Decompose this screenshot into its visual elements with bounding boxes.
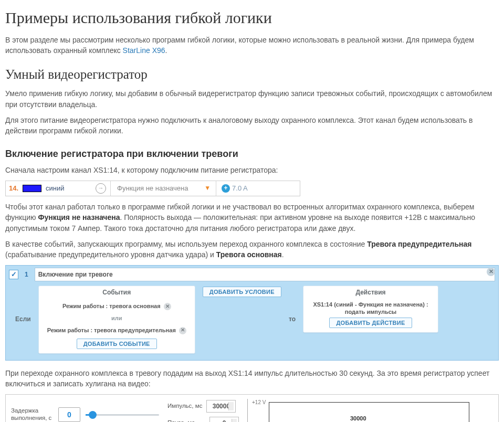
paragraph: Чтобы этот канал работал только в програ… xyxy=(5,202,499,234)
program-body: Если События Режим работы : тревога осно… xyxy=(6,283,498,360)
stepper-up-icon[interactable] xyxy=(229,403,233,405)
events-card: События Режим работы : тревога основная … xyxy=(38,286,195,353)
channel-function-label: Функция не назначена xyxy=(117,184,188,194)
section-heading: Умный видеорегистратор xyxy=(5,65,499,84)
stepper-up-icon[interactable] xyxy=(233,420,236,422)
channel-number: 14. xyxy=(6,184,23,194)
impulse-value: 30000 xyxy=(213,402,230,411)
add-condition-button[interactable]: ДОБАВИТЬ УСЛОВИЕ xyxy=(203,287,281,297)
waveform-duration-label: 30000 xyxy=(350,415,366,422)
product-link[interactable]: StarLine X96 xyxy=(123,46,165,55)
channel-amps: 7.0 A xyxy=(232,184,248,194)
program-title-input[interactable] xyxy=(35,268,495,281)
delay-slider[interactable] xyxy=(86,409,159,420)
actions-card: Действия XS1:14 (синий - Функция не назн… xyxy=(303,286,438,333)
logic-program-block: ✓ 1 ✕ Если События Режим работы : тревог… xyxy=(5,265,499,360)
pause-value-stepper[interactable]: 0 xyxy=(209,417,239,422)
program-enabled-checkbox[interactable]: ✓ xyxy=(9,270,18,279)
divider xyxy=(216,181,216,196)
delay-value-input[interactable]: 0 xyxy=(58,407,80,422)
channel-function-dropdown[interactable]: Функция не назначена ▼ xyxy=(113,184,215,194)
page-title: Примеры использования гибкой логики xyxy=(5,6,499,29)
bold-text: Функция не назначена xyxy=(38,213,120,221)
paragraph: Сначала настроим канал XS1:14, к котором… xyxy=(5,165,499,175)
impulse-label: Импульс, мс xyxy=(167,403,202,410)
slider-thumb[interactable] xyxy=(89,411,97,419)
arrow-out-icon[interactable]: → xyxy=(96,183,106,194)
chevron-down-icon: ▼ xyxy=(204,184,211,193)
waveform-box xyxy=(269,402,469,422)
slider-track xyxy=(86,414,159,416)
pause-label: Пауза, мс xyxy=(167,419,205,422)
if-keyword: Если xyxy=(15,315,31,324)
event-pill[interactable]: Режим работы : тревога предупредительная… xyxy=(43,325,191,336)
paragraph: Умело применив гибкую логику, мы добавим… xyxy=(5,88,499,110)
impulse-value-stepper[interactable]: 30000 xyxy=(206,400,236,413)
bold-text: Тревога основная xyxy=(216,250,282,259)
text: В этом разделе мы рассмотрим несколько п… xyxy=(5,36,474,55)
channel-color-name: синий xyxy=(46,184,96,194)
event-label: Режим работы : тревога предупредительная xyxy=(47,326,176,335)
add-event-button[interactable]: ДОБАВИТЬ СОБЫТИЕ xyxy=(77,339,157,349)
add-action-button[interactable]: ДОБАВИТЬ ДЕЙСТВИЕ xyxy=(329,318,412,328)
program-number: 1 xyxy=(22,270,32,279)
impulse-settings-panel: Задержка выполнения, с 0 Импульс, мс 300… xyxy=(5,394,499,422)
pause-value: 0 xyxy=(223,419,226,423)
paragraph: При переходе охранного комплекса в трево… xyxy=(5,368,499,389)
event-pill[interactable]: Режим работы : тревога основная ✕ xyxy=(58,301,175,312)
divider xyxy=(110,181,111,196)
conditions-column: ДОБАВИТЬ УСЛОВИЕ xyxy=(203,286,281,297)
paragraph: Для этого питание видеорегистратора нужн… xyxy=(5,115,499,136)
text: (срабатывание предупредительного уровня … xyxy=(5,250,216,259)
stepper-down-icon[interactable] xyxy=(229,407,233,409)
then-keyword: то xyxy=(289,315,296,324)
remove-icon[interactable]: ✕ xyxy=(179,327,186,334)
paragraph: В качестве событий, запускающих программ… xyxy=(5,239,499,260)
channel-color-swatch xyxy=(23,185,41,192)
intro-paragraph: В этом разделе мы рассмотрим несколько п… xyxy=(5,35,499,56)
voltage-label: +12 V xyxy=(252,399,266,407)
subsection-heading: Включение регистратора при включении тре… xyxy=(5,147,499,161)
channel-config-row: 14. синий → Функция не назначена ▼ + 7.0… xyxy=(5,181,300,196)
bold-text: Тревога предупредительная xyxy=(367,240,471,248)
or-label: или xyxy=(111,314,122,323)
events-title: События xyxy=(102,288,131,297)
action-description[interactable]: XS1:14 (синий - Функция не назначена) : … xyxy=(310,301,431,316)
polarity-plus-icon[interactable]: + xyxy=(222,184,230,193)
delay-label: Задержка выполнения, с xyxy=(11,407,53,422)
event-label: Режим работы : тревога основная xyxy=(62,302,161,311)
impulse-waveform-graph: +12 V 30000 xyxy=(247,399,477,422)
text: В качестве событий, запускающих программ… xyxy=(5,240,367,248)
program-header: ✓ 1 xyxy=(6,266,498,283)
text: . xyxy=(165,46,167,55)
text: . xyxy=(282,250,284,259)
remove-icon[interactable]: ✕ xyxy=(164,303,171,310)
actions-title: Действия xyxy=(355,288,385,297)
